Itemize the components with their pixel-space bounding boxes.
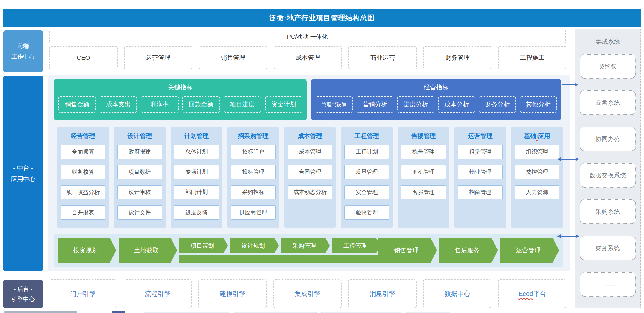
app-module-6-0: 栋号管理 (401, 145, 446, 159)
cropped-artifact (112, 311, 125, 313)
app-module-0-1: 财务核算 (61, 165, 105, 179)
app-column-title-7: 运营管理 (458, 132, 503, 140)
app-column-title-4: 成本管理 (288, 132, 333, 140)
integration-sidebar: 集成系统 契约锁云盘系统协同办公数据交换系统采购系统财务系统......... (575, 29, 641, 308)
integration-system-4: 采购系统 (580, 199, 636, 224)
app-column-items-3: 招标门户投标管理采购招标供应商管理 (231, 145, 276, 220)
page-title: 泛微·地产行业项目管理结构总图 (3, 9, 641, 27)
workcenter-role-4: 商业运营 (348, 46, 417, 69)
flow-step-运营管理: 运营管理 (500, 238, 559, 263)
cropped-artifact (144, 312, 229, 313)
cropped-artifact (234, 312, 317, 313)
app-column-items-1: 政府报建项目数据设计审核设计文件 (117, 145, 162, 220)
app-module-4-2: 成本动态分析 (288, 185, 333, 199)
key-indicator-item-3: 回款金额 (182, 96, 220, 113)
app-column-8: 基础i应用组织管理费控管理人力资源 (511, 127, 563, 228)
app-module-1-0: 政府报建 (117, 145, 162, 159)
app-module-2-0: 总体计划 (174, 145, 219, 159)
rail-backend: - 后台 - 引擎中心 (3, 280, 43, 308)
business-indicator-item-1: 营销分析 (357, 96, 394, 113)
app-column-5: 工程管理工程计划质量管理安全管理验收管理 (341, 127, 393, 228)
typo-mark: i (536, 132, 538, 139)
flow-step-设计规划: 设计规划 (230, 238, 279, 253)
app-module-3-3: 供应商管理 (231, 205, 276, 220)
app-column-title-1: 设计管理 (117, 132, 162, 140)
page-title-text: 泛微·地产行业项目管理结构总图 (270, 13, 375, 23)
app-module-5-3: 验收管理 (344, 205, 389, 220)
app-column-0: 经营管理全面预算财务核算项目收益分析合并报表 (57, 127, 109, 228)
key-indicator-item-5: 资金计划 (265, 96, 302, 113)
app-module-3-2: 采购招标 (231, 185, 276, 199)
integration-system-0: 契约锁 (580, 54, 636, 79)
app-column-title-3: 招采购管理 (231, 132, 276, 140)
app-module-4-0: 成本管理 (288, 145, 333, 159)
connector-arrow-base-apps (560, 159, 576, 160)
app-column-title-0: 经营管理 (61, 132, 105, 140)
app-module-1-3: 设计文件 (117, 205, 162, 220)
key-indicators-items: 销售金额成本支出利润率回款金额项目进度资金计划 (58, 96, 302, 113)
integration-sidebar-items: 契约锁云盘系统协同办公数据交换系统采购系统财务系统......... (580, 54, 636, 297)
app-column-items-4: 成本管理合同管理成本动态分析 (288, 145, 333, 199)
flow-step-销售管理: 销售管理 (378, 238, 437, 263)
rail-backend-line2: 引擎中心 (11, 295, 35, 303)
app-column-items-8: 组织管理费控管理人力资源 (515, 145, 559, 199)
app-module-6-2: 客服管理 (401, 185, 446, 199)
flow-step-工程管理: 工程管理 (332, 238, 381, 253)
app-module-3-0: 招标门户 (231, 145, 276, 159)
workcenter-role-0: CEO (49, 46, 118, 69)
app-column-2: 计划管理总体计划专项计划部门计划进度反馈 (171, 127, 222, 228)
app-column-title-6: 售楼管理 (401, 132, 446, 140)
key-indicator-item-1: 成本支出 (100, 96, 137, 113)
cropped-artifact (321, 312, 401, 313)
app-module-7-2: 招商管理 (458, 185, 503, 199)
app-module-1-1: 项目数据 (117, 165, 162, 179)
rail-middle-line2: 应用中心 (11, 175, 35, 183)
app-module-8-2: 人力资源 (515, 185, 559, 199)
business-indicator-item-5: 其他分析 (520, 96, 557, 113)
business-indicators-title: 经营指标 (311, 83, 561, 91)
integration-system-6: ......... (580, 272, 636, 297)
app-module-4-1: 合同管理 (288, 165, 333, 179)
app-module-8-1: 费控管理 (515, 165, 559, 179)
app-column-title-8: 基础i应用 (515, 132, 559, 140)
app-module-2-2: 部门计划 (174, 185, 219, 199)
rail-backend-line1: - 后台 - (14, 285, 32, 293)
flow-step-土地获取: 土地获取 (119, 238, 177, 263)
squiggle-text: Ecod (518, 290, 533, 298)
rail-frontend: - 前端 - 工作中心 (3, 30, 43, 72)
key-indicators-block: 关键指标 销售金额成本支出利润率回款金额项目进度资金计划 (54, 79, 307, 120)
app-column-title-2: 计划管理 (174, 132, 219, 140)
workcenter-role-5: 财务管理 (423, 46, 492, 69)
app-column-1: 设计管理政府报建项目数据设计审核设计文件 (114, 127, 166, 228)
app-module-3-1: 投标管理 (231, 165, 276, 179)
business-indicators-items: 管理驾驶舱营销分析进度分析成本分析财务分析其他分析 (316, 96, 557, 113)
app-module-1-2: 设计审核 (117, 185, 162, 199)
business-indicator-item-0: 管理驾驶舱 (316, 96, 353, 113)
rail-middle: - 中台 - 应用中心 (3, 76, 43, 271)
engine-4: 消息引擎 (348, 279, 417, 308)
workcenter-role-3: 成本管理 (274, 46, 342, 69)
pc-mobile-unified-bar: PC/移动 一体化 (49, 30, 566, 43)
integration-system-2: 协同办公 (580, 127, 636, 151)
workcenter-role-1: 运营管理 (124, 46, 193, 69)
integration-system-1: 云盘系统 (580, 90, 636, 115)
app-column-3: 招采购管理招标门户投标管理采购招标供应商管理 (227, 127, 279, 228)
rail-middle-line1: - 中台 - (13, 164, 33, 172)
connector-arrow-business-indicators (562, 84, 575, 85)
key-indicator-item-2: 利润率 (141, 96, 178, 113)
engine-3: 集成引擎 (273, 279, 342, 308)
app-module-2-3: 进度反馈 (174, 205, 219, 220)
connector-arrow-process-band (560, 236, 576, 237)
app-column-items-2: 总体计划专项计划部门计划进度反馈 (174, 145, 219, 220)
app-module-0-2: 项目收益分析 (61, 185, 105, 199)
cropped-artifact (406, 312, 450, 313)
engine-0: 门户引擎 (49, 279, 117, 308)
app-module-2-1: 专项计划 (174, 165, 219, 179)
engine-row: 门户引擎流程引擎建模引擎集成引擎消息引擎数据中心Ecod平台 (49, 279, 566, 308)
app-column-6: 售楼管理栋号管理商机管理客服管理 (398, 127, 449, 228)
integration-system-5: 财务系统 (580, 236, 636, 260)
app-module-5-2: 安全管理 (344, 185, 389, 199)
app-module-5-0: 工程计划 (344, 145, 389, 159)
flow-step-售后服务: 售后服务 (439, 238, 498, 263)
engine-5: 数据中心 (423, 279, 491, 308)
